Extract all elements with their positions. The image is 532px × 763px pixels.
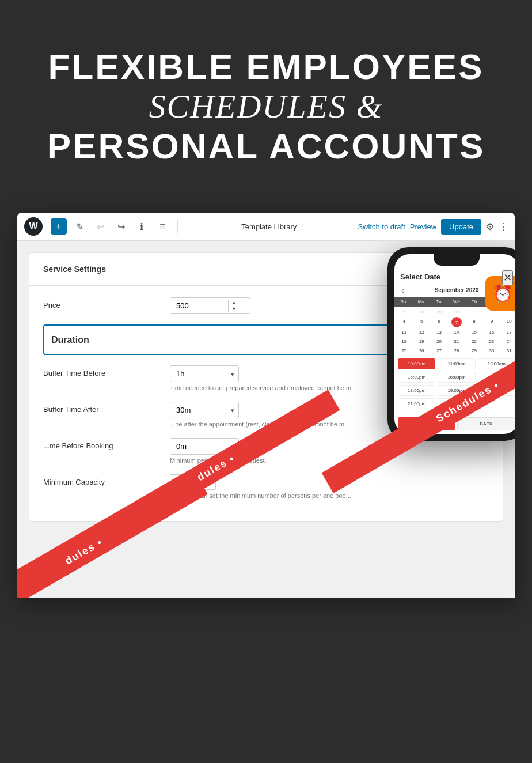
switch-draft-button[interactable]: Switch to draft [358,222,405,231]
content-panel: Service Settings ▲ Price ▲ ▼ [17,241,515,598]
settings-card: Service Settings ▲ Price ▲ ▼ [29,252,503,522]
browser-window: W + ✎ ↩ ↪ ℹ ≡ Template Library Switch to… [17,213,515,598]
cal-cell[interactable]: 28 [448,346,465,355]
price-input-wrapper: ▲ ▼ [170,297,250,314]
redo-button[interactable]: ↪ [113,218,129,235]
time-slot-1600[interactable]: 16:00pm [438,372,475,383]
list-button[interactable]: ≡ [154,218,170,235]
phone-back-button[interactable]: BACK [457,417,515,430]
cal-cell[interactable]: 19 [413,337,430,346]
price-input[interactable] [170,298,228,313]
bottom-section [0,598,532,667]
settings-title-text: Service Settings [43,265,106,274]
cal-cell[interactable]: 18 [396,337,412,346]
cal-cell[interactable]: 29 [431,308,447,316]
cal-cell[interactable]: 13 [431,328,447,337]
time-slot-1500[interactable]: 15:00pm [398,372,435,383]
time-slot-1000[interactable]: 10:00am [398,358,435,369]
cal-cell-today[interactable]: 7 [451,317,462,327]
cal-cell[interactable]: 5 [413,317,430,327]
update-button[interactable]: Update [441,219,481,235]
cal-cell[interactable]: 17 [501,328,515,337]
buffer-before-label: Buffer Time Before [43,365,158,377]
cal-cell[interactable]: 4 [396,317,412,327]
toolbar-title: Template Library [185,222,353,231]
cal-month: September 2020 [435,285,479,296]
preview-button[interactable]: Preview [410,222,436,231]
time-slot-2100[interactable]: 21:00pm [398,398,435,409]
min-capacity-field-row: Minimum Capacity ▲ ▼ Here you can set th… [43,474,489,499]
cal-cell[interactable]: 8 [466,317,482,327]
cal-cell[interactable]: 24 [501,337,515,346]
cal-cell[interactable]: 27 [431,346,447,355]
cal-cell[interactable]: 29 [466,346,482,355]
buffer-before-select[interactable]: 30m 45m 1h 1.5h [170,365,239,382]
cal-cell[interactable]: 31 [501,346,515,355]
wp-logo: W [24,217,43,236]
time-slot-1800[interactable]: 18:00pm [398,385,435,396]
time-row: 10:00am 11:00am 13:00am [398,358,515,369]
undo-button[interactable]: ↩ [92,218,108,235]
price-up-arrow[interactable]: ▲ [229,300,240,306]
hero-line-3: PERSONAL ACCOUNTS [35,126,497,167]
cal-cell[interactable]: 1 [466,308,482,316]
clock-icon: ⏰ [493,284,513,303]
price-arrows: ▲ ▼ [228,300,240,312]
min-capacity-label: Minimum Capacity [43,474,158,486]
buffer-after-label: Buffer Time After [43,402,158,414]
cal-cell[interactable]: 28 [413,308,430,316]
cal-cell[interactable]: 6 [431,317,447,327]
cal-cell[interactable]: 21 [448,337,465,346]
hero-section: FLEXIBLE EMPLOYEES SCHEDULES & PERSONAL … [0,0,532,201]
toolbar: W + ✎ ↩ ↪ ℹ ≡ Template Library Switch to… [17,213,515,241]
more-options-button[interactable]: ⋮ [499,221,508,232]
cal-day-mo: Mo [412,298,430,305]
buffer-after-select-wrapper: 15m 30m 45m 1h [170,402,239,418]
hero-line-2: SCHEDULES & [35,87,497,126]
cal-cell[interactable]: 23 [483,337,500,346]
add-button[interactable]: + [51,218,67,235]
cal-cell[interactable]: 27 [396,308,412,316]
cal-day-th: Th [465,298,483,305]
cal-cell[interactable]: 12 [413,328,430,337]
time-slot-1100[interactable]: 11:00am [438,358,475,369]
cal-day-we: We [448,298,466,305]
hero-line-1: FLEXIBLE EMPLOYEES [35,46,497,87]
gear-button[interactable]: ⚙ [486,221,494,232]
phone-close-button[interactable]: ✕ [502,270,513,285]
cal-cell[interactable]: 15 [466,328,482,337]
cal-cell[interactable]: 20 [431,337,447,346]
price-label: Price [43,297,158,309]
cal-cell[interactable]: 10 [501,317,515,327]
separator [177,220,178,233]
cal-cell[interactable]: 9 [483,317,500,327]
price-down-arrow[interactable]: ▼ [229,306,240,312]
buffer-after-select[interactable]: 15m 30m 45m 1h [170,402,239,418]
cal-day-tu: Tu [430,298,448,305]
phone-notch [434,254,480,266]
min-capacity-desc: Here you can set the minimum number of p… [170,492,489,499]
phone-container: Select Date ✕ ‹ September 2020 › [307,247,515,441]
cal-cell[interactable]: 22 [466,337,482,346]
cal-day-su: Su [394,298,412,305]
cal-cell[interactable]: 30 [483,346,500,355]
cal-cell[interactable]: 26 [413,346,430,355]
edit-button[interactable]: ✎ [71,218,88,235]
cal-cell[interactable]: 14 [448,328,465,337]
cal-cell[interactable]: 16 [483,328,500,337]
cal-cell[interactable]: 30 [448,308,465,316]
min-before-label: ...me Before Booking [43,438,158,450]
cal-prev-button[interactable]: ‹ [399,286,406,295]
info-button[interactable]: ℹ [134,218,150,235]
cal-grid: 27 28 29 30 1 4 5 [394,307,515,356]
buffer-before-select-wrapper: 30m 45m 1h 1.5h [170,365,239,382]
cal-cell[interactable]: 11 [396,328,412,337]
cal-cell[interactable]: 25 [396,346,412,355]
